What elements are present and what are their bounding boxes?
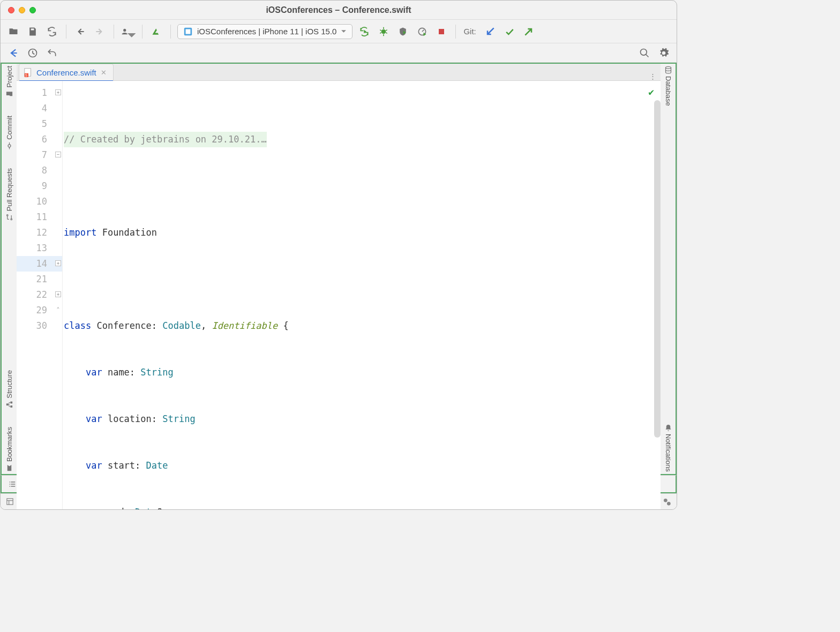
editor-area: S Conference.swift ✕ ⋮ 1+ 4 5 6 7− 8 9 1… xyxy=(17,63,661,475)
sync-icon[interactable] xyxy=(44,24,59,39)
close-tab-icon[interactable]: ✕ xyxy=(101,69,107,77)
app-icon xyxy=(183,27,193,36)
recent-files-icon[interactable] xyxy=(25,46,40,61)
editor-scrollbar[interactable] xyxy=(654,100,661,438)
chevron-down-icon xyxy=(341,28,347,34)
main-toolbar: iOSConferences | iPhone 11 | iOS 15.0 Gi… xyxy=(1,20,677,43)
forward-icon[interactable] xyxy=(92,24,107,39)
list-icon xyxy=(8,480,17,488)
fold-icon[interactable]: + xyxy=(55,89,61,95)
git-label: Git: xyxy=(462,27,478,36)
project-icon xyxy=(5,89,13,97)
run-config-label: iOSConferences | iPhone 11 | iOS 15.0 xyxy=(197,27,336,36)
close-window-button[interactable] xyxy=(8,7,14,13)
fold-icon[interactable]: − xyxy=(55,152,61,157)
tab-label: Conference.swift xyxy=(36,68,96,77)
svg-point-9 xyxy=(6,215,8,216)
svg-point-7 xyxy=(8,145,11,147)
git-commit-icon[interactable] xyxy=(502,24,517,39)
svg-rect-1 xyxy=(186,29,191,34)
swift-file-icon: S xyxy=(24,67,33,77)
profile-icon[interactable] xyxy=(415,24,430,39)
svg-point-8 xyxy=(11,219,12,220)
svg-rect-12 xyxy=(6,404,8,406)
debug-icon[interactable] xyxy=(376,24,391,39)
tab-menu-icon[interactable]: ⋮ xyxy=(649,72,656,80)
bookmark-icon xyxy=(5,464,13,472)
window-title: iOSConferences – Conference.swift xyxy=(266,5,411,15)
svg-point-16 xyxy=(665,66,671,69)
coverage-icon[interactable] xyxy=(395,24,410,39)
run-icon[interactable] xyxy=(357,24,372,39)
svg-point-30 xyxy=(664,499,668,502)
fullscreen-window-button[interactable] xyxy=(29,7,36,13)
database-icon xyxy=(664,66,672,74)
gutter: 1+ 4 5 6 7− 8 9 10 11 12 13 14+ 21 22+ 2… xyxy=(17,81,63,510)
svg-point-2 xyxy=(381,29,386,33)
svg-point-31 xyxy=(667,502,671,506)
right-tool-strip: Database Notifications xyxy=(661,63,677,475)
sidebar-notifications[interactable]: Notifications xyxy=(664,424,672,472)
sidebar-database[interactable]: Database xyxy=(664,66,672,106)
minimize-window-button[interactable] xyxy=(19,7,25,13)
titlebar: iOSConferences – Conference.swift xyxy=(1,1,677,20)
code-editor[interactable]: 1+ 4 5 6 7− 8 9 10 11 12 13 14+ 21 22+ 2… xyxy=(17,81,661,510)
structure-icon xyxy=(5,401,13,409)
build-icon[interactable] xyxy=(149,24,164,39)
search-icon[interactable] xyxy=(637,46,652,61)
sidebar-structure[interactable]: Structure xyxy=(5,370,13,409)
run-configuration-selector[interactable]: iOSConferences | iPhone 11 | iOS 15.0 xyxy=(177,24,352,39)
stop-icon[interactable] xyxy=(434,24,449,39)
svg-point-6 xyxy=(641,49,647,55)
git-push-icon[interactable] xyxy=(521,24,536,39)
settings-icon[interactable] xyxy=(656,46,671,61)
sidebar-project[interactable]: Project xyxy=(5,66,13,97)
select-in-icon[interactable] xyxy=(6,46,21,61)
branch-icon xyxy=(5,213,13,221)
sidebar-pull-requests[interactable]: Pull Requests xyxy=(5,168,13,221)
svg-rect-25 xyxy=(7,499,13,505)
left-tool-strip: Project Commit Pull Requests Structure B… xyxy=(1,63,17,475)
tool-windows-icon[interactable] xyxy=(6,498,14,506)
code-with-me-icon[interactable] xyxy=(121,24,136,39)
svg-rect-10 xyxy=(10,405,12,408)
fold-icon[interactable]: + xyxy=(55,291,61,297)
svg-rect-4 xyxy=(439,29,444,34)
save-all-icon[interactable] xyxy=(25,24,40,39)
svg-rect-11 xyxy=(10,402,12,404)
sidebar-commit[interactable]: Commit xyxy=(5,116,13,150)
code-content[interactable]: ✔ // Created by jetbrains on 29.10.21.… … xyxy=(63,81,661,510)
ide-settings-icon[interactable] xyxy=(663,498,671,506)
open-icon[interactable] xyxy=(6,24,21,39)
bell-icon xyxy=(664,424,672,432)
inspection-ok-icon[interactable]: ✔ xyxy=(648,84,654,100)
svg-text:S: S xyxy=(25,73,27,77)
nav-subbar xyxy=(1,43,677,63)
fold-end-icon: ⌃ xyxy=(55,307,61,313)
fold-icon[interactable]: + xyxy=(55,260,61,266)
commit-icon xyxy=(5,142,13,150)
git-update-icon[interactable] xyxy=(483,24,498,39)
tab-conference-swift[interactable]: S Conference.swift ✕ xyxy=(19,64,114,80)
back-icon[interactable] xyxy=(73,24,88,39)
sidebar-bookmarks[interactable]: Bookmarks xyxy=(5,427,13,472)
undo-icon[interactable] xyxy=(44,46,59,61)
editor-tabs: S Conference.swift ✕ ⋮ xyxy=(17,64,661,81)
